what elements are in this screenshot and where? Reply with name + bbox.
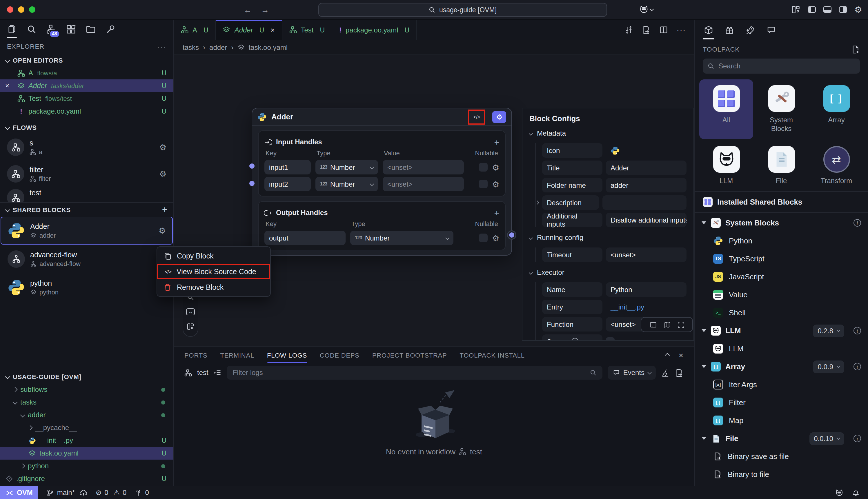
handle-settings-gear-icon[interactable]: ⚙ <box>492 234 499 242</box>
value-input[interactable]: <unset> <box>383 160 464 174</box>
nav-forward-icon[interactable]: → <box>261 5 269 14</box>
filter-logs-input[interactable]: Filter logs <box>227 366 602 380</box>
clear-logs-icon[interactable] <box>661 368 670 377</box>
new-toolpack-icon[interactable] <box>851 45 860 53</box>
tab-package-yaml[interactable]: ! package.oo.yaml U <box>332 20 417 40</box>
tree-item-gitignore[interactable]: .gitignore U <box>0 472 173 485</box>
block-item-python[interactable]: Python <box>706 232 868 250</box>
flow-list-item[interactable]: filter filter ⚙ <box>0 160 173 187</box>
info-icon[interactable]: i <box>854 219 861 227</box>
view-source-code-button[interactable]: </> <box>470 111 484 123</box>
tree-item-init-py[interactable]: __init__.py U <box>0 434 173 447</box>
copy-block-menu-item[interactable]: Copy Block <box>157 248 270 264</box>
shared-block-item-selected[interactable]: Adder adder ⚙ <box>1 217 173 245</box>
log-list-icon[interactable] <box>214 369 222 377</box>
quickstart-tab-icon[interactable] <box>746 20 755 40</box>
tab-code-deps[interactable]: CODE DEPS <box>320 346 360 364</box>
flow-list-item[interactable]: test <box>0 187 173 202</box>
tab-flow-logs[interactable]: FLOW LOGS <box>267 346 307 364</box>
remove-block-menu-item[interactable]: Remove Block <box>157 279 270 295</box>
type-select[interactable]: 123Number <box>315 160 378 174</box>
view-block-source-code-menu-item[interactable]: </> View Block Source Code <box>157 264 270 279</box>
type-select[interactable]: 123Number <box>350 231 454 245</box>
shared-blocks-header[interactable]: SHARED BLOCKS + <box>0 202 173 216</box>
split-editor-icon[interactable] <box>659 25 668 34</box>
group-array[interactable]: [ ] Array 0.0.9 i <box>695 357 868 376</box>
nav-back-icon[interactable]: ← <box>243 5 252 14</box>
packages-tab-icon[interactable] <box>725 20 734 40</box>
shared-block-item[interactable]: python python <box>1 273 173 301</box>
close-window-button[interactable] <box>7 7 13 13</box>
spawn-help-icon[interactable]: ? <box>571 338 578 341</box>
nullable-checkbox[interactable] <box>479 233 488 242</box>
category-transform[interactable]: ⇄ Transform <box>809 140 863 191</box>
toolpack-tab-icon[interactable] <box>704 20 713 40</box>
assistant-menu[interactable] <box>639 5 653 14</box>
tab-project-bootstrap[interactable]: PROJECT BOOTSTRAP <box>372 346 447 364</box>
minimap-icon[interactable] <box>663 321 671 328</box>
block-item-binary-save[interactable]: Binary save as file <box>706 447 868 465</box>
title-field-value[interactable]: Adder <box>606 160 687 175</box>
group-file[interactable]: File 0.0.10 i <box>695 429 868 447</box>
tab-ports[interactable]: PORTS <box>184 346 207 364</box>
group-system-blocks[interactable]: System Blocks i <box>695 214 868 232</box>
open-editor-item[interactable]: Test flows/test U <box>0 92 173 105</box>
open-file-icon[interactable] <box>642 25 651 34</box>
notifications-bell-icon[interactable] <box>852 489 860 497</box>
panel-toggle-icon[interactable] <box>649 321 656 328</box>
settings-gear-icon[interactable]: ⚙ <box>854 5 862 14</box>
block-item-map[interactable]: [ ]Map <box>706 412 868 429</box>
breadcrumb-file[interactable]: task.oo.yaml <box>249 43 288 51</box>
nullable-checkbox[interactable] <box>479 180 488 188</box>
add-output-handle-icon[interactable]: + <box>494 208 499 218</box>
more-actions-icon[interactable]: ··· <box>677 25 686 34</box>
type-select[interactable]: 123Number <box>315 177 378 191</box>
array-version-select[interactable]: 0.0.9 <box>813 360 844 373</box>
tree-item-tasks[interactable]: tasks <box>0 396 173 409</box>
tab-a[interactable]: A U <box>174 20 216 40</box>
flow-settings-gear-icon[interactable]: ⚙ <box>159 143 166 151</box>
close-tab-icon[interactable]: × <box>270 26 275 34</box>
info-icon[interactable]: i <box>854 327 861 334</box>
open-editor-item[interactable]: A flows/a U <box>0 66 173 80</box>
tab-test[interactable]: Test U <box>282 20 332 40</box>
tab-terminal[interactable]: TERMINAL <box>220 346 254 364</box>
events-filter-select[interactable]: Events <box>608 366 656 380</box>
category-file[interactable]: File <box>754 140 808 191</box>
project-tree-header[interactable]: USAGE-GUIDE [OVM] <box>0 370 173 383</box>
category-array[interactable]: [ ] Array <box>809 80 863 139</box>
add-input-handle-icon[interactable]: + <box>494 137 499 147</box>
log-flow-name[interactable]: test <box>197 369 208 377</box>
input1-port[interactable] <box>249 163 255 169</box>
maximize-panel-icon[interactable] <box>665 353 670 358</box>
compare-changes-icon[interactable] <box>625 25 633 34</box>
metadata-section-header[interactable]: Metadata <box>529 126 687 140</box>
open-editor-item-active[interactable]: × Adder tasks/adder U <box>0 80 173 92</box>
node-header[interactable]: Adder </> ⚙ <box>252 108 511 126</box>
sync-cloud-icon[interactable] <box>80 489 87 497</box>
export-logs-icon[interactable] <box>675 368 684 377</box>
close-editor-icon[interactable]: × <box>5 82 9 90</box>
value-input[interactable]: <unset> <box>383 177 464 191</box>
add-shared-block-icon[interactable]: + <box>162 204 168 215</box>
block-settings-gear-icon[interactable]: ⚙ <box>159 227 166 235</box>
customize-layout-icon[interactable] <box>791 5 800 14</box>
block-item-javascript[interactable]: JSJavaScript <box>706 268 868 286</box>
flows-header[interactable]: FLOWS <box>0 121 173 134</box>
fit-view-icon[interactable]: ↔ <box>186 308 195 315</box>
block-item-binary-to-file[interactable]: Binary to file <box>706 465 868 483</box>
fullscreen-icon[interactable] <box>677 321 685 328</box>
block-item-filter[interactable]: [ ]Filter <box>706 393 868 412</box>
breadcrumb-adder[interactable]: adder <box>209 43 227 51</box>
toolpack-search-input[interactable]: Search <box>703 59 860 74</box>
executor-name-value[interactable]: Python <box>606 282 687 297</box>
category-llm[interactable]: LLM <box>699 140 753 191</box>
handle-settings-gear-icon[interactable]: ⚙ <box>492 180 499 188</box>
tree-item-pycache[interactable]: __pycache__ <box>0 421 173 434</box>
category-system-blocks[interactable]: System Blocks <box>754 80 808 139</box>
close-panel-icon[interactable]: × <box>679 351 684 360</box>
adder-block-node[interactable]: Adder </> ⚙ Input Handles + K <box>252 108 512 256</box>
feedback-tab-icon[interactable] <box>767 20 776 40</box>
executor-section-header[interactable]: Executor <box>529 266 687 279</box>
tab-adder-active[interactable]: Adder U × <box>216 20 282 40</box>
